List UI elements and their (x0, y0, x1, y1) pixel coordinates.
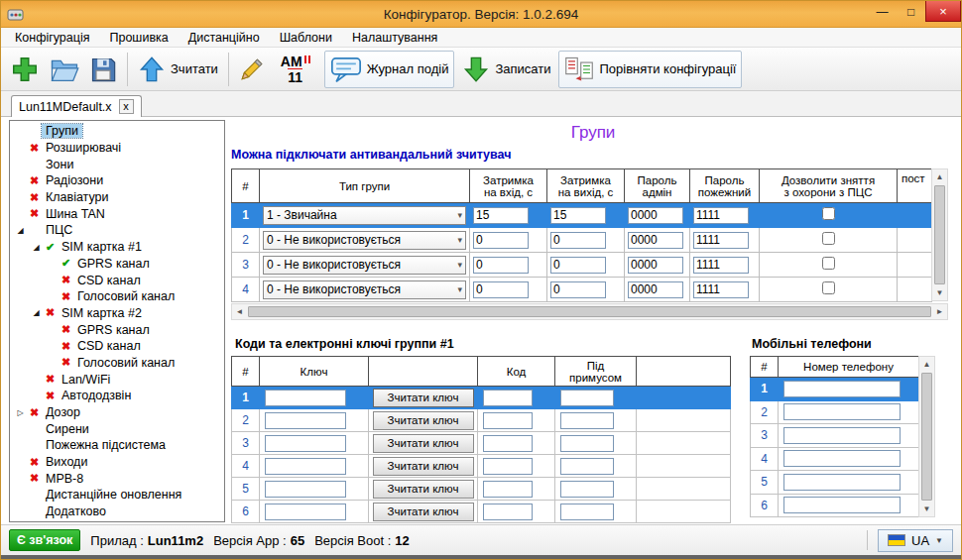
tree-item-17[interactable]: ▷✖Дозор (10, 404, 224, 421)
read-key-button[interactable]: Зчитати ключ (373, 457, 474, 476)
fire-password-input[interactable] (693, 257, 749, 274)
tree-item-10[interactable]: ✖Голосовий канал (10, 288, 224, 305)
key-row[interactable]: 4Зчитати ключ (232, 455, 731, 478)
scrollbar-thumb[interactable] (921, 373, 932, 501)
open-config-button[interactable] (45, 51, 84, 88)
tree-item-1[interactable]: ✖Розширювачі (10, 140, 224, 157)
read-key-button[interactable]: Зчитати ключ (373, 434, 474, 453)
phone-row[interactable]: 4 (751, 447, 919, 471)
maximize-button[interactable]: □ (897, 1, 925, 22)
group-type-select[interactable]: 0 - Не використовується▾ (263, 280, 466, 299)
exit-delay-input[interactable] (550, 207, 606, 224)
tree-item-20[interactable]: ✖Виходи (10, 454, 224, 471)
new-config-button[interactable] (5, 51, 45, 88)
coercion-code-input[interactable] (560, 481, 614, 498)
write-config-button[interactable]: Записати (457, 51, 555, 88)
phone-row[interactable]: 1 (751, 378, 919, 401)
coercion-code-input[interactable] (560, 390, 614, 406)
group-type-select[interactable]: 0 - Не використовується▾ (263, 256, 466, 275)
phone-row[interactable]: 6 (751, 494, 919, 517)
coercion-code-input[interactable] (560, 504, 614, 520)
admin-password-input[interactable] (628, 257, 683, 274)
phone-row[interactable]: 2 (751, 400, 919, 424)
entry-delay-input[interactable] (473, 207, 529, 224)
code-input[interactable] (483, 412, 533, 429)
phone-row[interactable]: 3 (751, 424, 919, 448)
group-row[interactable]: 11 - Звичайна▾ (232, 203, 932, 228)
read-key-button[interactable]: Зчитати ключ (373, 503, 474, 521)
event-log-button[interactable]: Журнал подій (324, 51, 455, 88)
key-input[interactable] (265, 435, 346, 452)
entry-delay-input[interactable] (473, 281, 529, 298)
phone-number-input[interactable] (783, 403, 901, 420)
code-input[interactable] (483, 481, 533, 498)
tree-item-4[interactable]: ✖Клавіатури (10, 189, 224, 206)
tree-item-8[interactable]: ✔GPRS канал (10, 256, 224, 273)
read-config-button[interactable]: Зчитати (133, 51, 223, 88)
key-row[interactable]: 3Зчитати ключ (232, 432, 731, 455)
code-input[interactable] (483, 504, 533, 520)
tree-item-13[interactable]: ✖CSD канал (10, 338, 224, 355)
language-selector[interactable]: UA (878, 529, 953, 552)
coercion-code-input[interactable] (560, 412, 614, 429)
read-key-button[interactable]: Зчитати ключ (373, 389, 474, 407)
tree-item-6[interactable]: ◢ПЦС (10, 222, 224, 239)
key-row[interactable]: 6Зчитати ключ (232, 501, 731, 523)
menu-configuration[interactable]: Конфігурація (5, 29, 99, 47)
group-row[interactable]: 40 - Не використовується▾ (232, 278, 932, 302)
key-input[interactable] (265, 458, 346, 475)
groups-vertical-scrollbar[interactable] (931, 168, 948, 301)
allow-disarm-checkbox[interactable] (822, 257, 835, 270)
tree-item-18[interactable]: Сирени (10, 420, 224, 437)
phones-vertical-scrollbar[interactable] (918, 356, 935, 517)
phone-number-input[interactable] (783, 381, 901, 397)
read-key-button[interactable]: Зчитати ключ (373, 411, 474, 430)
phone-number-input[interactable] (783, 450, 901, 467)
fire-password-input[interactable] (693, 207, 749, 224)
tree-item-3[interactable]: ✖Радіозони (10, 172, 224, 189)
phone-row[interactable]: 5 (751, 471, 919, 495)
tree-item-11[interactable]: ◢✖SIM картка #2 (10, 305, 224, 322)
entry-delay-input[interactable] (473, 257, 529, 274)
save-config-button[interactable] (84, 51, 122, 88)
key-input[interactable] (265, 481, 346, 498)
tree-item-7[interactable]: ◢✔SIM картка #1 (10, 239, 224, 256)
coercion-code-input[interactable] (560, 458, 614, 475)
groups-horizontal-scrollbar[interactable] (231, 303, 948, 320)
tree-item-16[interactable]: ✖Автододзвін (10, 388, 224, 404)
key-row[interactable]: 2Зчитати ключ (232, 409, 731, 432)
close-button[interactable]: × (925, 1, 961, 22)
key-input[interactable] (265, 390, 346, 406)
group-type-select[interactable]: 0 - Не використовується▾ (263, 231, 466, 250)
tree-item-2[interactable]: Зони (10, 156, 224, 172)
admin-password-input[interactable] (628, 232, 683, 249)
tree-item-23[interactable]: Додатково (10, 504, 224, 520)
tree-item-12[interactable]: ✖GPRS канал (10, 321, 224, 338)
key-row[interactable]: 1Зчитати ключ (232, 387, 731, 409)
allow-disarm-checkbox[interactable] (822, 232, 835, 245)
menu-templates[interactable]: Шаблони (270, 29, 342, 47)
phone-number-input[interactable] (783, 497, 901, 513)
admin-password-input[interactable] (628, 207, 683, 224)
tab-close-button[interactable]: x (119, 99, 134, 114)
exit-delay-input[interactable] (550, 257, 606, 274)
edit-button[interactable] (234, 51, 270, 88)
tab-config-file[interactable]: Lun11MDefault.x x (11, 95, 142, 117)
tree-item-21[interactable]: ✖МРВ-8 (10, 470, 224, 487)
code-input[interactable] (483, 435, 533, 452)
tree-item-0[interactable]: Групи (10, 123, 224, 140)
scrollbar-thumb[interactable] (934, 185, 945, 284)
minimize-button[interactable]: — (868, 1, 897, 22)
fire-password-input[interactable] (693, 232, 749, 249)
tree-item-15[interactable]: ✖Lan/WiFi (10, 371, 224, 388)
scroll-down-icon[interactable] (919, 502, 934, 516)
scrollbar-thumb[interactable] (248, 306, 931, 317)
scroll-right-icon[interactable] (932, 304, 947, 319)
key-input[interactable] (265, 412, 346, 429)
key-input[interactable] (265, 504, 346, 520)
scroll-up-icon[interactable] (932, 169, 947, 184)
group-row[interactable]: 30 - Не використовується▾ (232, 253, 932, 278)
code-input[interactable] (483, 458, 533, 475)
allow-disarm-checkbox[interactable] (822, 207, 835, 220)
expand-icon[interactable]: ▷ (14, 408, 27, 417)
